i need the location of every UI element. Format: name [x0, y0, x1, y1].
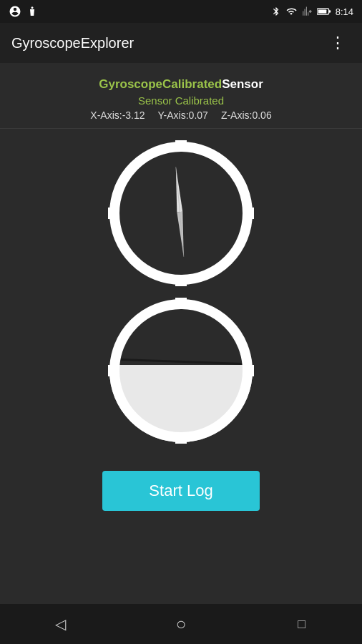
svg-rect-3: [318, 10, 326, 14]
signal-icon: [301, 6, 313, 16]
x-axis-value: X-Axis:-3.12: [90, 109, 145, 121]
phone-icon: [26, 5, 39, 18]
status-bar: 8:14: [0, 0, 362, 23]
z-axis-value: Z-Axis:0.06: [221, 109, 272, 121]
y-axis-value: Y-Axis:0.07: [158, 109, 208, 121]
start-log-button[interactable]: Start Log: [102, 471, 260, 511]
android-icon: [9, 5, 21, 18]
back-button[interactable]: ◁: [42, 606, 78, 642]
svg-rect-2: [328, 10, 331, 12]
nav-bar: ◁ ○ □: [0, 604, 362, 644]
level-notch-left: [108, 365, 114, 376]
compass-notch-left: [108, 208, 114, 219]
status-bar-left-icons: [9, 5, 39, 18]
app-bar: GyroscopeExplorer ⋮: [0, 23, 362, 63]
sensor-title-row: Gyroscope Calibrated Sensor: [99, 77, 263, 92]
level-notch-right: [248, 365, 254, 376]
svg-point-0: [31, 6, 34, 9]
level-notch-bottom: [175, 438, 187, 444]
sensor-title-calibrated: Calibrated: [162, 77, 222, 92]
sensor-axes-row: X-Axis:-3.12 Y-Axis:0.07 Z-Axis:0.06: [90, 109, 271, 121]
compass-notch-right: [248, 208, 254, 219]
status-bar-right-icons: 8:14: [271, 6, 353, 17]
home-button[interactable]: ○: [163, 606, 199, 642]
main-content: Gyroscope Calibrated Sensor Sensor Calib…: [0, 63, 362, 604]
battery-icon: [317, 6, 331, 16]
level-ring: [109, 299, 253, 442]
gauges-area: Start Log: [102, 135, 260, 604]
bluetooth-icon: [271, 6, 281, 16]
recent-apps-button[interactable]: □: [284, 606, 320, 642]
wifi-icon: [285, 6, 297, 16]
level-notch-top: [175, 298, 187, 303]
sensor-title-sensor: Sensor: [222, 77, 263, 92]
compass-notch-top: [175, 140, 187, 146]
status-time: 8:14: [336, 6, 353, 17]
compass-gauge: [109, 142, 253, 285]
compass-notch-bottom: [175, 280, 187, 286]
overflow-menu-button[interactable]: ⋮: [325, 30, 351, 56]
level-gauge: [109, 299, 253, 442]
sensor-status-text: Sensor Calibrated: [138, 94, 224, 107]
sensor-info-section: Gyroscope Calibrated Sensor Sensor Calib…: [0, 72, 362, 129]
needle-container: [177, 165, 185, 261]
sensor-title-gyroscope: Gyroscope: [99, 77, 162, 92]
app-title: GyroscopeExplorer: [11, 35, 134, 52]
